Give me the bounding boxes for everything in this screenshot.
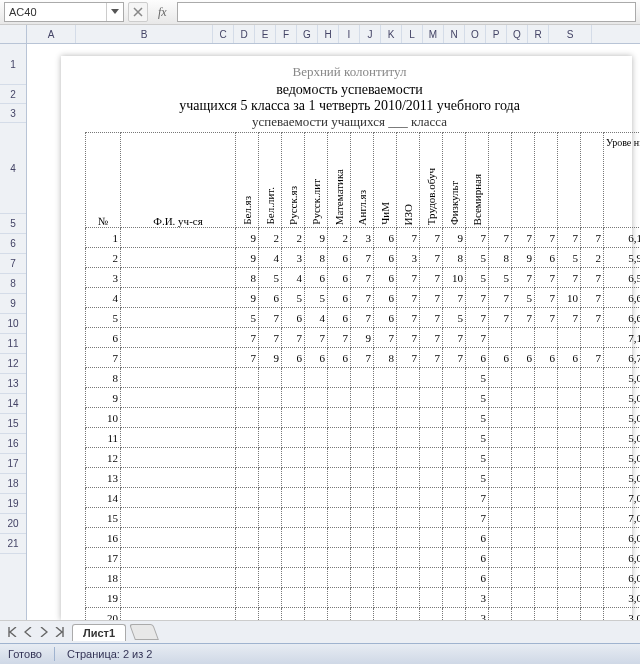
cell-grade[interactable] [351,588,374,608]
cell-grade[interactable]: 7 [397,288,420,308]
cell-grade[interactable] [581,328,604,348]
cell-grade[interactable]: 7 [581,348,604,368]
cell-grade[interactable] [305,568,328,588]
cell-grade[interactable]: 7 [351,348,374,368]
cell-grade[interactable]: 9 [259,348,282,368]
cell-grade[interactable] [581,588,604,608]
cell-level[interactable]: 6,5 [604,268,641,288]
cell-grade[interactable] [420,508,443,528]
row-header[interactable]: 2 [0,85,26,104]
cell-grade[interactable]: 8 [489,248,512,268]
cell-grade[interactable] [351,448,374,468]
cell-grade[interactable] [420,528,443,548]
grid-body[interactable]: Верхний колонтитул ведомость успеваемост… [27,44,640,620]
cell-grade[interactable] [420,588,443,608]
cell-grade[interactable] [305,508,328,528]
cell-level[interactable]: 6,6 [604,308,641,328]
cell-grade[interactable] [351,548,374,568]
cell-grade[interactable] [558,508,581,528]
row-header[interactable]: 21 [0,534,26,554]
cell-grade[interactable]: 4 [305,308,328,328]
cell-grade[interactable] [282,368,305,388]
cell-level[interactable]: 5,0 [604,408,641,428]
row-header[interactable]: 1 [0,44,26,85]
cell-grade[interactable] [374,568,397,588]
cell-grade[interactable]: 6 [466,568,489,588]
cell-grade[interactable] [282,568,305,588]
cell-grade[interactable] [374,428,397,448]
col-header[interactable]: S [549,25,592,43]
cell-grade[interactable]: 7 [512,308,535,328]
row-header[interactable]: 5 [0,214,26,234]
cell-grade[interactable]: 7 [535,228,558,248]
cell-grade[interactable] [581,608,604,621]
cell-number[interactable]: 19 [86,588,121,608]
cell-grade[interactable] [397,428,420,448]
cell-grade[interactable] [581,368,604,388]
cell-grade[interactable]: 7 [489,288,512,308]
cell-grade[interactable]: 6 [466,348,489,368]
cell-grade[interactable]: 2 [282,228,305,248]
cell-grade[interactable] [259,408,282,428]
cell-grade[interactable] [558,588,581,608]
cell-name[interactable] [121,548,236,568]
cell-grade[interactable] [259,608,282,621]
cell-grade[interactable]: 4 [282,268,305,288]
cell-number[interactable]: 16 [86,528,121,548]
cell-grade[interactable]: 7 [443,328,466,348]
col-header[interactable]: C [213,25,234,43]
cell-grade[interactable] [328,508,351,528]
cell-grade[interactable]: 7 [397,228,420,248]
cell-grade[interactable]: 9 [236,228,259,248]
cell-grade[interactable] [443,508,466,528]
cell-grade[interactable] [397,488,420,508]
cell-grade[interactable] [305,368,328,388]
cell-grade[interactable] [305,528,328,548]
cell-number[interactable]: 8 [86,368,121,388]
cell-grade[interactable] [259,528,282,548]
cell-grade[interactable] [512,548,535,568]
cell-grade[interactable] [282,468,305,488]
cell-grade[interactable]: 7 [420,288,443,308]
cell-name[interactable] [121,368,236,388]
cell-grade[interactable] [443,608,466,621]
cell-grade[interactable] [558,408,581,428]
cell-level[interactable]: 6,1 [604,228,641,248]
cell-number[interactable]: 9 [86,388,121,408]
cell-grade[interactable]: 3 [282,248,305,268]
cell-grade[interactable]: 8 [305,248,328,268]
cell-grade[interactable] [236,368,259,388]
cell-grade[interactable] [259,468,282,488]
cell-grade[interactable]: 7 [420,348,443,368]
row-header[interactable]: 14 [0,394,26,414]
cell-grade[interactable]: 7 [466,308,489,328]
cell-number[interactable]: 12 [86,448,121,468]
cell-grade[interactable] [374,388,397,408]
col-header[interactable]: R [528,25,549,43]
cell-grade[interactable]: 5 [466,268,489,288]
cell-grade[interactable] [558,388,581,408]
row-header[interactable]: 7 [0,254,26,274]
cell-grade[interactable]: 5 [259,268,282,288]
cell-grade[interactable]: 7 [558,308,581,328]
cell-grade[interactable] [374,588,397,608]
cell-grade[interactable] [512,428,535,448]
cell-grade[interactable] [259,588,282,608]
cell-grade[interactable] [397,368,420,388]
cell-grade[interactable] [420,468,443,488]
cell-grade[interactable] [558,608,581,621]
cell-grade[interactable]: 6 [512,348,535,368]
cell-grade[interactable]: 5 [512,288,535,308]
cell-number[interactable]: 4 [86,288,121,308]
cell-grade[interactable]: 5 [443,308,466,328]
cell-name[interactable] [121,588,236,608]
cell-grade[interactable] [558,568,581,588]
cell-grade[interactable] [305,388,328,408]
cell-grade[interactable] [512,608,535,621]
cell-grade[interactable] [512,568,535,588]
cell-grade[interactable]: 5 [466,388,489,408]
cell-grade[interactable]: 7 [236,348,259,368]
col-header[interactable]: A [27,25,76,43]
cell-name[interactable] [121,248,236,268]
cell-grade[interactable]: 6 [305,348,328,368]
